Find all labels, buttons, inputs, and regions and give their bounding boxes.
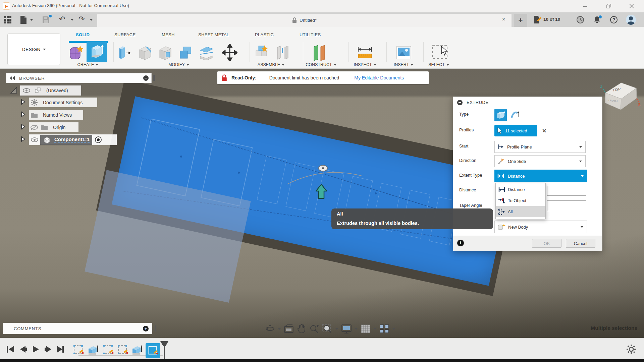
comments-resize-handle[interactable] [154,325,156,331]
editable-documents-icon[interactable] [533,15,542,24]
tab-plastic[interactable]: PLASTIC [255,32,274,37]
visibility-off-eye-icon[interactable] [30,125,38,130]
timeline-extrude-feature[interactable] [87,344,99,356]
measure-button[interactable] [356,44,374,62]
minimize-button[interactable] [580,2,591,10]
extrude-button[interactable] [87,42,107,62]
add-comment-button[interactable]: + [143,326,149,331]
collapse-panel-icon[interactable] [10,76,15,80]
timeline-sketch-feature[interactable] [102,344,114,356]
app-grid-icon[interactable] [3,15,13,24]
zoom-icon[interactable] [309,324,319,334]
expander-icon[interactable] [21,124,25,130]
tab-sheet-metal[interactable]: SHEET METAL [198,32,229,37]
group-label-assemble[interactable]: ASSEMBLE [251,62,291,67]
tree-row-named-views[interactable]: Named Views [29,110,83,120]
design-workspace-selector[interactable]: DESIGN [7,34,60,65]
tree-label-document-settings[interactable]: Document Settings [43,100,83,105]
ok-button[interactable]: OK [532,239,561,248]
grid-settings-caret[interactable] [374,328,376,330]
timeline-active-feature[interactable] [146,343,160,358]
editable-documents-link[interactable]: My Editable Documents [354,75,404,80]
start-dropdown[interactable]: Profile Plane [494,141,586,153]
undo-caret[interactable] [71,19,73,21]
viewports-icon[interactable] [379,324,389,334]
tree-label-component[interactable]: Component1:1 [54,136,90,143]
display-settings-caret[interactable] [355,328,358,330]
offset-face-button[interactable] [199,44,214,62]
save-button[interactable] [40,15,52,24]
go-to-end-button[interactable] [56,345,65,353]
clear-selection-button[interactable]: ✕ [542,128,546,134]
group-label-select[interactable]: SELECT [419,62,459,67]
joint-button[interactable] [274,44,291,62]
dialog-collapse-icon[interactable] [457,100,463,105]
type-thin-extrude-option[interactable] [508,109,521,121]
browser-collapse-icon[interactable] [143,75,149,81]
panel-resize-handle[interactable] [153,75,155,81]
group-label-inspect[interactable]: INSPECT [345,62,385,67]
insert-canvas-button[interactable] [395,44,413,62]
file-menu-button[interactable] [18,15,29,24]
new-tab-button[interactable]: + [514,14,527,27]
undo-button[interactable]: ↶ [59,15,65,23]
help-icon[interactable]: ? [609,15,619,24]
tree-row-document-settings[interactable]: Document Settings [29,98,97,107]
close-window-button[interactable] [626,2,637,10]
extent-type-dropdown[interactable]: Distance [494,170,587,182]
menu-item-to-object[interactable]: To Object [496,195,545,206]
timeline-sketch-feature[interactable] [72,344,85,356]
tree-label-origin[interactable]: Origin [53,125,65,130]
group-label-insert[interactable]: INSERT [383,62,424,67]
construct-plane-button[interactable] [310,44,328,62]
cancel-button[interactable]: Cancel [566,239,595,248]
expander-icon[interactable] [21,99,25,105]
step-back-button[interactable] [19,345,28,353]
look-at-icon[interactable] [284,324,294,333]
menu-item-distance[interactable]: Distance [496,184,545,195]
tree-label-named-views[interactable]: Named Views [43,112,72,118]
display-settings-icon[interactable] [341,324,352,334]
press-pull-button[interactable] [117,44,132,62]
user-avatar[interactable] [626,15,636,25]
timeline-settings-gear-icon[interactable] [627,345,636,354]
tab-surface[interactable]: SURFACE [114,32,136,37]
orbit-caret[interactable] [278,328,281,330]
go-to-start-button[interactable] [6,345,15,353]
timeline-sketch-feature[interactable] [117,344,129,356]
step-forward-button[interactable] [44,345,53,353]
create-form-button[interactable] [68,44,85,62]
group-label-create[interactable]: CREATE [68,62,108,67]
browser-header[interactable]: BROWSER [6,73,152,83]
tab-solid[interactable]: SOLID [76,32,90,37]
dialog-header[interactable]: EXTRUDE [453,97,602,108]
visibility-eye-icon[interactable] [23,88,30,93]
combine-button[interactable] [178,44,194,62]
timeline-marker[interactable] [160,341,169,361]
tree-label-root[interactable]: (Unsaved) [46,88,68,93]
expander-icon[interactable] [21,111,25,117]
group-label-construct[interactable]: CONSTRUCT [301,62,341,67]
document-tab[interactable]: Untitled* [97,14,512,27]
viewcube[interactable]: TOP FRONT Z X [600,79,641,116]
viewports-caret[interactable] [392,328,395,330]
tab-mesh[interactable]: MESH [162,32,175,37]
new-component-button[interactable] [254,44,270,62]
orbit-icon[interactable] [265,324,275,334]
timeline-extrude-feature[interactable] [131,344,143,356]
fit-view-caret[interactable] [335,328,338,330]
taper-angle-input[interactable] [547,200,586,211]
comments-panel[interactable]: COMMENTS + [3,323,152,334]
type-extrude-option[interactable] [494,109,507,121]
expander-icon[interactable] [21,136,25,142]
fillet-button[interactable] [138,44,153,62]
distance-input[interactable] [547,186,586,196]
tree-row-root[interactable]: (Unsaved) [20,85,81,96]
notifications-bell-icon[interactable] [592,15,602,24]
activate-component-radio[interactable] [95,136,102,143]
job-status-icon[interactable] [576,15,585,24]
group-label-modify[interactable]: MODIFY [159,62,199,67]
direction-dropdown[interactable]: One Side [494,155,586,167]
menu-item-all[interactable]: All [496,206,545,217]
file-menu-caret[interactable] [30,19,33,21]
